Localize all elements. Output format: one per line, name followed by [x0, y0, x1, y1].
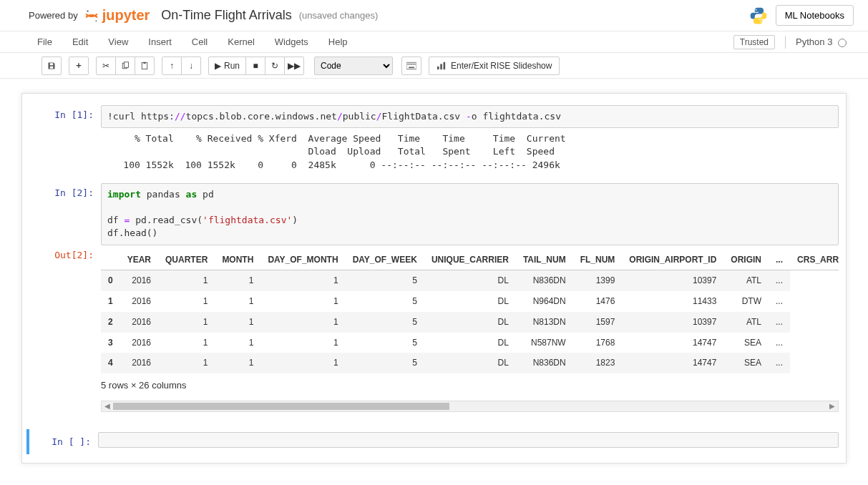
column-header: DAY_OF_MONTH	[260, 250, 345, 270]
svg-rect-13	[414, 63, 416, 64]
add-cell-button[interactable]: ＋	[69, 57, 89, 75]
svg-rect-7	[144, 62, 146, 63]
menu-cell[interactable]: Cell	[183, 33, 216, 51]
menubar: File Edit View Insert Cell Kernel Widget…	[0, 31, 868, 53]
code-input[interactable]	[98, 432, 839, 448]
output-dataframe: YEARQUARTERMONTHDAY_OF_MONTHDAY_OF_WEEKU…	[101, 245, 839, 417]
header: Powered by jupyter On-Time Flight Arriva…	[0, 0, 868, 31]
command-palette-button[interactable]	[401, 57, 421, 75]
menu-edit[interactable]: Edit	[64, 33, 97, 51]
column-header: ...	[769, 250, 790, 270]
login-button[interactable]: ML Notebooks	[776, 5, 854, 26]
output-stream: % Total % Received % Xferd Average Speed…	[101, 128, 839, 176]
scroll-right-icon[interactable]: ▶	[827, 401, 837, 411]
table-row: 320161115DLN587NW176814747SEA...	[101, 333, 839, 353]
python-icon	[748, 6, 769, 26]
code-cell-selected[interactable]: In [ ]:	[26, 429, 842, 454]
svg-point-1	[95, 20, 97, 21]
menu-view[interactable]: View	[99, 33, 137, 51]
column-header: MONTH	[215, 250, 260, 270]
run-button[interactable]: ▶Run	[208, 57, 246, 75]
column-header: FL_NUM	[573, 250, 623, 270]
cut-button[interactable]: ✂	[96, 57, 116, 75]
dataframe-table: YEARQUARTERMONTHDAY_OF_MONTHDAY_OF_WEEKU…	[101, 250, 839, 374]
dataframe-scroll[interactable]: YEARQUARTERMONTHDAY_OF_MONTHDAY_OF_WEEKU…	[101, 250, 839, 374]
cell-type-select[interactable]: Code	[314, 57, 393, 75]
save-button[interactable]	[42, 57, 62, 75]
jupyter-icon	[84, 8, 99, 24]
svg-rect-16	[440, 64, 442, 69]
copy-button[interactable]	[115, 57, 135, 75]
column-header: YEAR	[120, 250, 158, 270]
restart-icon: ↻	[271, 61, 278, 71]
arrow-up-icon: ↑	[170, 61, 174, 71]
svg-point-3	[760, 21, 761, 22]
input-prompt: In [1]:	[29, 105, 101, 124]
rise-slideshow-button[interactable]: Enter/Exit RISE Slideshow	[429, 57, 560, 75]
menu-kernel[interactable]: Kernel	[219, 33, 263, 51]
svg-rect-8	[406, 62, 416, 69]
column-header: CRS_ARR_T	[790, 250, 839, 270]
column-header: UNIQUE_CARRIER	[424, 250, 516, 270]
column-header: QUARTER	[158, 250, 215, 270]
svg-rect-14	[409, 67, 414, 68]
code-input[interactable]: import pandas as pd df = pd.read_csv('fl…	[101, 183, 839, 245]
input-prompt: In [2]:	[29, 183, 101, 202]
paste-button[interactable]	[135, 57, 155, 75]
column-header	[101, 250, 120, 270]
kernel-name[interactable]: Python 3	[796, 36, 847, 47]
notebook-container: In [1]: !curl https://topcs.blob.core.wi…	[21, 93, 847, 464]
notebook-name[interactable]: On-Time Flight Arrivals	[161, 8, 291, 23]
bar-chart-icon	[437, 62, 447, 70]
restart-button[interactable]: ↻	[265, 57, 285, 75]
column-header: ORIGIN	[723, 250, 769, 270]
output-prompt: Out[2]:	[29, 245, 101, 265]
svg-rect-9	[408, 63, 409, 64]
svg-rect-17	[444, 62, 446, 69]
column-header: ORIGIN_AIRPORT_ID	[622, 250, 723, 270]
column-header: DAY_OF_WEEK	[346, 250, 424, 270]
jupyter-logo[interactable]: jupyter	[84, 7, 150, 24]
move-down-button[interactable]: ↓	[181, 57, 201, 75]
menu-insert[interactable]: Insert	[140, 33, 180, 51]
column-header: TAIL_NUM	[516, 250, 573, 270]
svg-rect-11	[411, 63, 412, 64]
horizontal-scrollbar[interactable]: ◀ ▶	[101, 401, 839, 412]
run-icon: ▶	[215, 61, 221, 71]
menu-help[interactable]: Help	[320, 33, 356, 51]
paste-icon	[140, 62, 149, 70]
menu-file[interactable]: File	[29, 33, 61, 51]
save-icon	[47, 62, 56, 70]
code-cell[interactable]: In [2]: import pandas as pd df = pd.read…	[26, 180, 842, 420]
svg-rect-10	[409, 63, 411, 64]
stop-icon: ■	[253, 61, 258, 71]
scroll-left-icon[interactable]: ◀	[102, 401, 112, 411]
code-cell[interactable]: In [1]: !curl https://topcs.blob.core.wi…	[26, 102, 842, 179]
cut-icon: ✂	[102, 61, 109, 71]
svg-point-2	[755, 9, 756, 10]
menu-widgets[interactable]: Widgets	[266, 33, 317, 51]
svg-rect-5	[125, 62, 129, 67]
svg-point-0	[87, 10, 89, 12]
autosave-status: (unsaved changes)	[299, 10, 379, 21]
restart-run-all-button[interactable]: ▶▶	[284, 57, 304, 75]
move-up-button[interactable]: ↑	[162, 57, 182, 75]
powered-by-label: Powered by	[29, 10, 78, 21]
copy-icon	[121, 62, 130, 70]
scrollbar-thumb[interactable]	[113, 403, 449, 410]
table-row: 120161115DLN964DN147611433DTW...	[101, 291, 839, 312]
plus-icon: ＋	[74, 59, 83, 72]
keyboard-icon	[406, 62, 416, 70]
trusted-indicator[interactable]: Trusted	[733, 35, 775, 49]
table-row: 020161115DLN836DN139910397ATL...	[101, 270, 839, 291]
table-row: 220161115DLN813DN159710397ATL...	[101, 312, 839, 333]
svg-rect-12	[413, 63, 414, 64]
input-prompt: In [ ]:	[29, 432, 98, 451]
svg-rect-15	[437, 66, 439, 69]
code-input[interactable]: !curl https://topcs.blob.core.windows.ne…	[101, 105, 839, 128]
fast-forward-icon: ▶▶	[288, 61, 301, 71]
arrow-down-icon: ↓	[189, 61, 193, 71]
interrupt-button[interactable]: ■	[245, 57, 265, 75]
dataframe-shape: 5 rows × 26 columns	[101, 373, 839, 398]
jupyter-logo-text: jupyter	[102, 7, 150, 24]
